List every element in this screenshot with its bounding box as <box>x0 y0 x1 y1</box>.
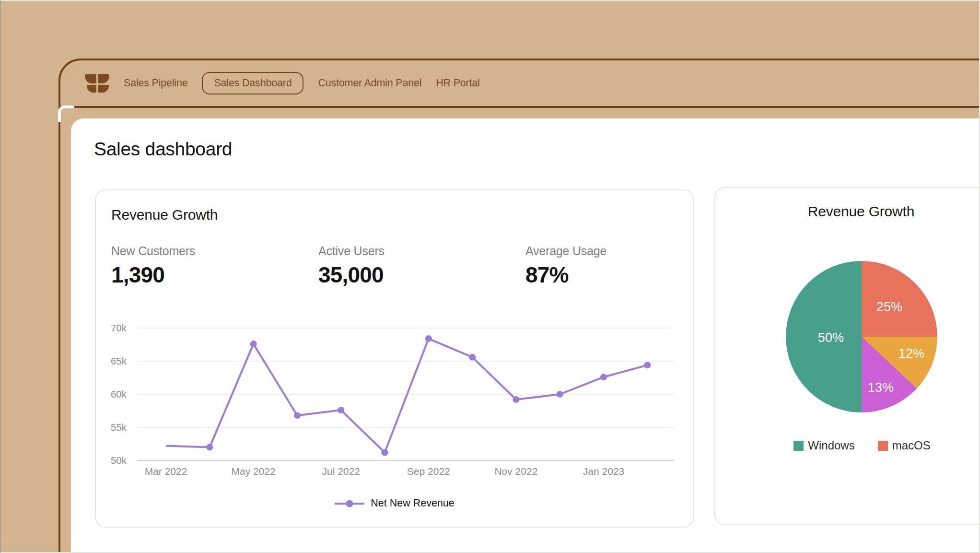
pie-slice-percent-label: 12% <box>898 346 925 361</box>
nav-item-customer-admin-panel[interactable]: Customer Admin Panel <box>318 77 421 89</box>
nav-item-sales-pipeline[interactable]: Sales Pipeline <box>124 77 187 89</box>
revenue-growth-pie-card: Revenue Growth Windows macOS 25%12%13%50… <box>714 187 980 525</box>
legend-item-windows: Windows <box>793 439 854 452</box>
pie-slice-percent-label: 25% <box>876 300 903 315</box>
navbar-divider <box>58 106 980 108</box>
legend-line-marker-icon <box>335 503 364 505</box>
legend-label: macOS <box>892 439 931 452</box>
windows-swatch-icon <box>793 441 804 451</box>
pie-chart-legend: Windows macOS <box>715 439 980 452</box>
nav-item-hr-portal[interactable]: HR Portal <box>436 77 479 89</box>
legend-series-label: Net New Revenue <box>371 497 454 509</box>
logo-petal <box>98 85 109 93</box>
pie-slice-percent-label: 50% <box>818 330 844 345</box>
top-navbar: Sales Pipeline Sales Dashboard Customer … <box>60 60 980 106</box>
content-panel: Sales dashboard Revenue Growth New Custo… <box>71 118 980 553</box>
legend-label: Windows <box>808 439 854 452</box>
brand-flower-logo-icon[interactable] <box>85 74 109 93</box>
line-chart-legend: Net New Revenue <box>96 497 693 509</box>
logo-petal <box>85 74 96 83</box>
logo-petal <box>98 74 109 83</box>
screenshot-frame: Sales Pipeline Sales Dashboard Customer … <box>0 0 980 553</box>
corner-bracket-decoration <box>58 106 74 122</box>
pie-chart <box>786 261 937 412</box>
logo-petal <box>87 85 96 93</box>
line-chart-plot: 70k65k60k55k50kMar 2022May 2022Jul 2022S… <box>96 190 693 527</box>
pie-card-title: Revenue Growth <box>715 203 980 220</box>
nav-item-sales-dashboard[interactable]: Sales Dashboard <box>202 72 303 94</box>
pie-slice-percent-label: 13% <box>868 380 894 395</box>
legend-item-macos: macOS <box>878 439 931 452</box>
revenue-growth-line-card: Revenue Growth New Customers 1,390 Activ… <box>95 189 694 528</box>
macos-swatch-icon <box>878 441 888 451</box>
page-title: Sales dashboard <box>94 139 232 160</box>
